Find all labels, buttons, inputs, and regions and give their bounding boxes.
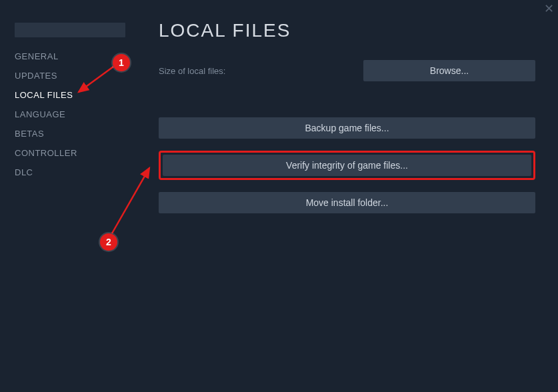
main-panel: LOCAL FILES Size of local files: Browse.…	[140, 0, 558, 392]
sidebar-item-language[interactable]: LANGUAGE	[0, 105, 140, 124]
properties-window: ✕ GENERAL UPDATES LOCAL FILES LANGUAGE B…	[0, 0, 558, 392]
sidebar-item-local-files[interactable]: LOCAL FILES	[0, 85, 140, 105]
size-label: Size of local files:	[159, 66, 225, 76]
backup-button[interactable]: Backup game files...	[159, 117, 535, 139]
page-title: LOCAL FILES	[159, 20, 535, 41]
browse-button[interactable]: Browse...	[363, 60, 535, 81]
sidebar-item-controller[interactable]: CONTROLLER	[0, 143, 140, 163]
size-row: Size of local files: Browse...	[159, 60, 535, 81]
verify-highlight: Verify integrity of game files...	[159, 151, 535, 180]
close-icon[interactable]: ✕	[544, 3, 554, 15]
sidebar-search-slot[interactable]	[15, 23, 125, 37]
verify-button[interactable]: Verify integrity of game files...	[163, 155, 531, 176]
actions: Backup game files... Verify integrity of…	[159, 117, 535, 213]
callout-2: 2	[100, 233, 117, 251]
sidebar-item-betas[interactable]: BETAS	[0, 124, 140, 143]
sidebar-item-dlc[interactable]: DLC	[0, 163, 140, 182]
move-button[interactable]: Move install folder...	[159, 192, 535, 213]
callout-1: 1	[113, 54, 130, 71]
